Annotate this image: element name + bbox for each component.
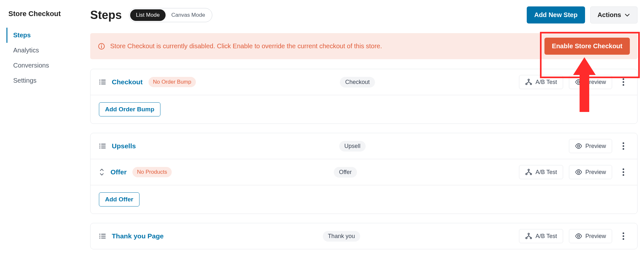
kebab-menu[interactable] — [618, 78, 629, 86]
enable-store-checkout-button[interactable]: Enable Store Checkout — [544, 38, 630, 55]
ab-test-button[interactable]: A/B Test — [519, 75, 563, 89]
preview-button[interactable]: Preview — [569, 165, 612, 179]
type-pill-upsell: Upsell — [339, 141, 366, 152]
drag-handle-icon[interactable] — [99, 233, 106, 240]
drag-handle-icon[interactable] — [99, 143, 106, 150]
ab-test-icon — [525, 78, 532, 86]
kebab-menu[interactable] — [618, 232, 629, 240]
kebab-menu[interactable] — [618, 142, 629, 150]
sidebar-item-steps[interactable]: Steps — [6, 28, 81, 43]
add-order-bump-button[interactable]: Add Order Bump — [99, 102, 160, 116]
type-pill-checkout: Checkout — [340, 77, 375, 87]
step-card-upsells: Upsells Upsell Preview Offer No Prod — [90, 133, 638, 214]
mode-list-button[interactable]: List Mode — [130, 9, 166, 21]
top-row: Steps List Mode Canvas Mode Add New Step… — [90, 6, 638, 23]
page-title: Steps — [90, 8, 122, 22]
type-pill-thankyou: Thank you — [323, 231, 360, 242]
ab-test-icon — [525, 169, 532, 176]
sidebar-item-conversions[interactable]: Conversions — [6, 58, 81, 73]
chevron-down-icon — [624, 12, 630, 18]
step-name-upsells[interactable]: Upsells — [112, 142, 136, 150]
alert-text: Store Checkout is currently disabled. Cl… — [110, 42, 382, 50]
type-pill-offer: Offer — [334, 167, 357, 178]
sidebar-item-settings[interactable]: Settings — [6, 73, 81, 88]
preview-button[interactable]: Preview — [569, 75, 612, 89]
sidebar-title: Store Checkout — [8, 10, 81, 18]
ab-test-button[interactable]: A/B Test — [519, 229, 563, 243]
sidebar-nav: Steps Analytics Conversions Settings — [6, 28, 81, 88]
tag-no-order-bump: No Order Bump — [149, 77, 196, 87]
eye-icon — [575, 233, 582, 240]
actions-dropdown[interactable]: Actions — [590, 6, 638, 23]
chevron-up-icon — [99, 168, 105, 172]
mode-canvas-button[interactable]: Canvas Mode — [166, 9, 211, 21]
preview-button[interactable]: Preview — [569, 139, 612, 153]
eye-icon — [575, 78, 582, 86]
ab-test-button[interactable]: A/B Test — [519, 165, 563, 179]
sidebar-item-analytics[interactable]: Analytics — [6, 43, 81, 58]
kebab-menu[interactable] — [618, 168, 629, 176]
actions-label: Actions — [598, 11, 621, 19]
mode-toggle: List Mode Canvas Mode — [129, 8, 212, 22]
tag-no-products: No Products — [132, 167, 172, 177]
reorder-handle[interactable] — [99, 168, 105, 177]
add-offer-button[interactable]: Add Offer — [99, 192, 139, 207]
alert-banner: Store Checkout is currently disabled. Cl… — [90, 33, 638, 59]
eye-icon — [575, 169, 582, 176]
step-card-thankyou: Thank you Page Thank you A/B Test Previe… — [90, 223, 638, 249]
drag-handle-icon[interactable] — [99, 78, 106, 86]
step-name-offer[interactable]: Offer — [111, 168, 127, 176]
ab-test-icon — [525, 233, 532, 240]
step-name-thankyou[interactable]: Thank you Page — [112, 232, 164, 240]
step-name-checkout[interactable]: Checkout — [112, 78, 143, 86]
sidebar: Store Checkout Steps Analytics Conversio… — [6, 6, 81, 270]
main: Steps List Mode Canvas Mode Add New Step… — [90, 6, 638, 270]
add-new-step-button[interactable]: Add New Step — [527, 6, 585, 23]
info-icon — [98, 43, 105, 50]
preview-button[interactable]: Preview — [569, 229, 612, 243]
eye-icon — [575, 143, 582, 150]
step-card-checkout: Checkout No Order Bump Checkout A/B Test… — [90, 69, 638, 124]
chevron-down-icon — [99, 172, 105, 177]
